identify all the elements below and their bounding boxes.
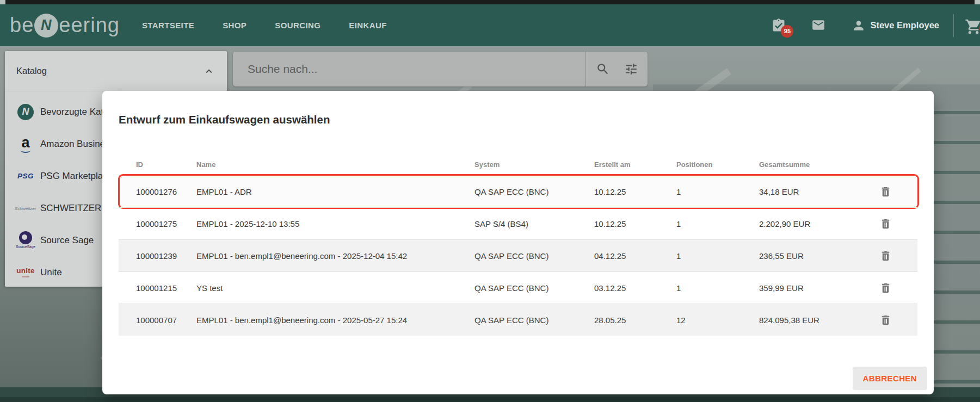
cell-system: QA SAP ECC (BNC): [474, 187, 594, 196]
column-header-positionen: Positionen: [676, 160, 759, 169]
approvals-badge: 95: [781, 25, 793, 38]
delete-trash-icon[interactable]: [879, 314, 892, 326]
cell-created: 10.12.25: [594, 219, 676, 228]
cell-created: 03.12.25: [594, 283, 676, 293]
top-dark-strip: [5, 0, 975, 4]
cell-system: QA SAP ECC (BNC): [474, 316, 594, 325]
cell-id: 100001239: [119, 251, 196, 261]
cell-name: EMPL01 - ben.empl1@beneering.com - 2025-…: [196, 251, 474, 261]
cell-system: SAP S/4 (BS4): [474, 219, 594, 228]
cell-created: 04.12.25: [594, 251, 676, 261]
user-name: Steve Employee: [870, 20, 939, 30]
header-divider: [953, 14, 954, 37]
logo-text-pre: be: [10, 14, 34, 37]
cart-button[interactable]: 0: [965, 18, 980, 33]
beneering-logo[interactable]: be N eering: [10, 14, 120, 38]
nav-item-startseite[interactable]: STARTSEITE: [142, 21, 194, 30]
cell-name: YS test: [196, 283, 474, 293]
cell-total: 34,18 EUR: [759, 187, 854, 196]
table-row[interactable]: 100001239 EMPL01 - ben.empl1@beneering.c…: [119, 239, 917, 271]
draft-select-dialog: Entwurf zum Einkaufswagen auswählen IDNa…: [102, 91, 934, 394]
cell-id: 100001215: [119, 283, 196, 293]
cell-name: EMPL01 - ben.empl1@beneering.com - 2025-…: [196, 316, 474, 325]
delete-trash-icon[interactable]: [879, 218, 892, 230]
cell-positions: 12: [676, 316, 759, 325]
nav-item-shop[interactable]: SHOP: [223, 21, 246, 30]
table-row[interactable]: 100000707 EMPL01 - ben.empl1@beneering.c…: [119, 304, 917, 336]
logo-n-circle-icon: N: [34, 14, 58, 38]
cart-icon: [965, 18, 980, 35]
cell-positions: 1: [676, 187, 759, 196]
table-row[interactable]: 100001276 EMPL01 - ADR QA SAP ECC (BNC) …: [119, 175, 917, 207]
cell-created: 28.05.25: [594, 316, 676, 325]
cell-total: 824.095,38 EUR: [759, 316, 854, 325]
column-header-id: ID: [119, 160, 196, 169]
logo-text-post: eering: [59, 14, 120, 37]
column-header-name: Name: [196, 160, 474, 169]
mail-icon: [811, 18, 825, 32]
nav-item-sourcing[interactable]: SOURCING: [275, 21, 320, 30]
cell-total: 2.202,90 EUR: [759, 219, 854, 228]
table-header-row: IDNameSystemErstellt amPositionenGesamts…: [119, 153, 917, 175]
table-row[interactable]: 100001275 EMPL01 - 2025-12-10 13:55 SAP …: [119, 207, 917, 239]
cell-name: EMPL01 - ADR: [196, 187, 474, 196]
cell-total: 236,55 EUR: [759, 251, 854, 261]
column-header-erstellt-am: Erstellt am: [594, 160, 676, 169]
cell-id: 100001275: [119, 219, 196, 228]
delete-trash-icon[interactable]: [879, 250, 892, 262]
cell-id: 100001276: [119, 187, 196, 196]
cell-created: 10.12.25: [594, 187, 676, 196]
table-row[interactable]: 100001215 YS test QA SAP ECC (BNC) 03.12…: [119, 271, 917, 304]
page: Katalog NBevorzugte KataaAmazon BusinesP…: [0, 0, 980, 402]
delete-trash-icon[interactable]: [879, 185, 892, 198]
person-icon: [852, 18, 866, 33]
messages-button[interactable]: [811, 18, 827, 33]
cell-id: 100000707: [119, 316, 196, 325]
cell-system: QA SAP ECC (BNC): [474, 283, 594, 293]
user-menu[interactable]: Steve Employee: [852, 18, 939, 33]
cell-positions: 1: [676, 219, 759, 228]
cancel-button[interactable]: ABBRECHEN: [853, 367, 927, 390]
app-header: be N eering STARTSEITESHOPSOURCINGEINKAU…: [0, 4, 980, 46]
column-header-system: System: [474, 160, 594, 169]
cell-system: QA SAP ECC (BNC): [474, 251, 594, 261]
nav-item-einkauf[interactable]: EINKAUF: [349, 21, 386, 30]
cell-total: 359,99 EUR: [759, 283, 854, 293]
dialog-title: Entwurf zum Einkaufswagen auswählen: [119, 91, 917, 126]
cell-positions: 1: [676, 283, 759, 293]
cell-name: EMPL01 - 2025-12-10 13:55: [196, 219, 474, 228]
delete-trash-icon[interactable]: [879, 282, 892, 294]
cell-positions: 1: [676, 251, 759, 261]
approvals-button[interactable]: 95: [771, 18, 786, 33]
column-header-gesamtsumme: Gesamtsumme: [759, 160, 854, 169]
